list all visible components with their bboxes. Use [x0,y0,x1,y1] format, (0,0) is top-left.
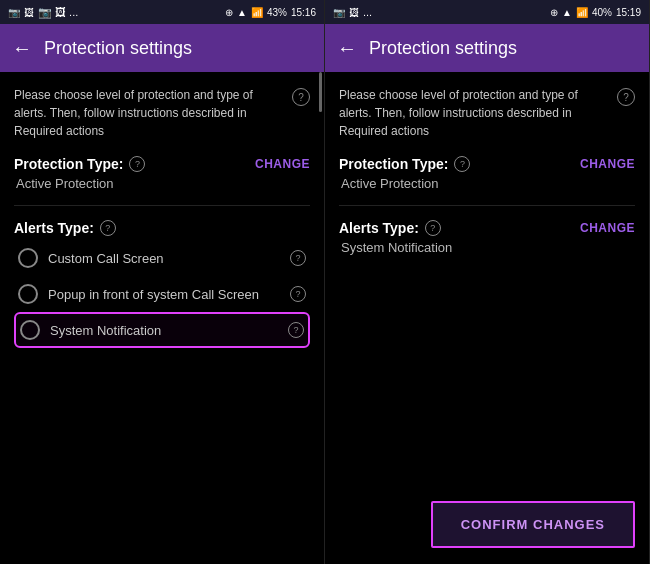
left-signal-icon: 📶 [251,7,263,18]
left-protection-change-button[interactable]: CHANGE [255,157,310,171]
right-alerts-type-label: Alerts Type: [339,220,419,236]
left-option-label-system: System Notification [50,323,288,338]
right-app-header: ← Protection settings [325,24,649,72]
left-option-custom-call-screen[interactable]: Custom Call Screen ? [14,240,310,276]
right-camera-icon: 📷 [333,7,345,18]
right-description-help-icon[interactable]: ? [617,88,635,106]
left-description-text: Please choose level of protection and ty… [14,86,292,140]
left-alerts-type-label: Alerts Type: [14,220,94,236]
left-alerts-help-icon[interactable]: ? [100,220,116,236]
left-scroll-indicator [319,72,322,112]
left-location-icon: ⊕ [225,7,233,18]
left-protection-type-label: Protection Type: [14,156,123,172]
right-status-right: ⊕ ▲ 📶 40% 15:19 [550,7,641,18]
right-time: 15:19 [616,7,641,18]
left-description-row: Please choose level of protection and ty… [14,86,310,140]
right-divider [339,205,635,206]
left-option-popup[interactable]: Popup in front of system Call Screen ? [14,276,310,312]
right-protection-type-value: Active Protection [341,176,635,191]
left-page-title: Protection settings [44,38,192,59]
right-status-icons: 📷 🖼 ... [333,6,372,18]
right-alerts-change-button[interactable]: CHANGE [580,221,635,235]
right-confirm-area: CONFIRM CHANGES [325,485,649,564]
left-status-bar: 📷 🖼 📷 🖼 ... ⊕ ▲ 📶 43% 15:16 [0,0,324,24]
left-status-right: ⊕ ▲ 📶 43% 15:16 [225,7,316,18]
right-location-icon: ⊕ [550,7,558,18]
right-signal-icon: 📶 [576,7,588,18]
left-option-help-system[interactable]: ? [288,322,304,338]
right-alerts-type-value: System Notification [341,240,635,255]
right-page-title: Protection settings [369,38,517,59]
right-protection-help-icon[interactable]: ? [454,156,470,172]
right-content: Please choose level of protection and ty… [325,72,649,485]
left-option-system-notification[interactable]: System Notification ? [14,312,310,348]
left-image-icon: 🖼 [24,7,34,18]
right-panel: 📷 🖼 ... ⊕ ▲ 📶 40% 15:19 ← Protection set… [325,0,650,564]
left-app-header: ← Protection settings [0,24,324,72]
left-option-help-popup[interactable]: ? [290,286,306,302]
left-battery: 43% [267,7,287,18]
confirm-changes-button[interactable]: CONFIRM CHANGES [431,501,635,548]
left-content: Please choose level of protection and ty… [0,72,324,564]
left-desc-help-label: ? [298,90,304,105]
right-desc-help-label: ? [623,90,629,105]
left-radio-system-notification [20,320,40,340]
right-protection-change-button[interactable]: CHANGE [580,157,635,171]
left-protection-help-icon[interactable]: ? [129,156,145,172]
right-alerts-type-row: Alerts Type: ? CHANGE [339,220,635,236]
left-camera-icon: 📷 [8,7,20,18]
left-option-label-popup: Popup in front of system Call Screen [48,287,290,302]
right-status-bar: 📷 🖼 ... ⊕ ▲ 📶 40% 15:19 [325,0,649,24]
right-dots: ... [363,6,372,18]
left-radio-popup [18,284,38,304]
left-radio-custom-call-screen [18,248,38,268]
right-description-row: Please choose level of protection and ty… [339,86,635,140]
right-protection-type-row: Protection Type: ? CHANGE [339,156,635,172]
left-protection-type-row: Protection Type: ? CHANGE [14,156,310,172]
right-description-text: Please choose level of protection and ty… [339,86,617,140]
right-battery: 40% [592,7,612,18]
left-divider [14,205,310,206]
left-status-icons: 📷 🖼 📷 🖼 ... [8,6,78,19]
right-back-button[interactable]: ← [337,37,357,60]
left-dots: 📷 🖼 ... [38,6,78,19]
right-alerts-help-icon[interactable]: ? [425,220,441,236]
left-alerts-type-row: Alerts Type: ? [14,220,310,236]
right-wifi-icon: ▲ [562,7,572,18]
left-option-label-custom: Custom Call Screen [48,251,290,266]
left-option-help-custom[interactable]: ? [290,250,306,266]
right-image-icon: 🖼 [349,7,359,18]
left-wifi-icon: ▲ [237,7,247,18]
left-panel: 📷 🖼 📷 🖼 ... ⊕ ▲ 📶 43% 15:16 ← Protection… [0,0,325,564]
left-back-button[interactable]: ← [12,37,32,60]
left-description-help-icon[interactable]: ? [292,88,310,106]
left-time: 15:16 [291,7,316,18]
left-protection-type-value: Active Protection [16,176,310,191]
right-protection-type-label: Protection Type: [339,156,448,172]
